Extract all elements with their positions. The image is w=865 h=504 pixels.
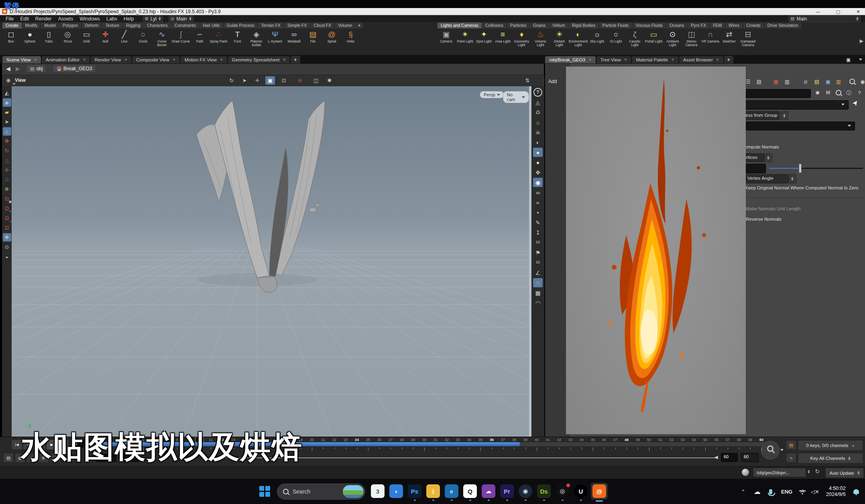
network-add-menu[interactable]: Add <box>548 79 557 84</box>
ruler-frame-23[interactable]: 23 <box>341 438 350 442</box>
pane-menu-caret-icon[interactable] <box>859 59 862 61</box>
close-icon[interactable]: ✕ <box>34 58 37 62</box>
select-tool-icon[interactable]: ➤ <box>3 118 11 126</box>
render-region-icon[interactable]: ⊖ <box>295 76 305 85</box>
ruler-frame-44[interactable]: 44 <box>577 438 586 442</box>
shelf-tab-vellum[interactable]: Vellum <box>549 22 568 28</box>
shelf-tab-constraints[interactable]: Constraints <box>171 22 199 28</box>
animation-curve-icon[interactable]: ∿ <box>786 453 796 463</box>
taskbar-app-swan-app[interactable]: ◗ <box>389 484 403 498</box>
shelf-tab-lights-and-cameras[interactable]: Lights and Cameras <box>438 22 482 28</box>
close-icon[interactable]: ✕ <box>220 58 223 62</box>
key-options-caret-icon[interactable] <box>780 449 784 451</box>
add-normals-to-spinner[interactable] <box>764 153 772 162</box>
slider-handle[interactable] <box>799 164 802 173</box>
bundle-icon[interactable]: ▥ <box>834 78 843 86</box>
close-icon[interactable]: ✕ <box>588 58 592 62</box>
pane-tab-animation-editor[interactable]: Animation Editor✕ <box>42 56 90 63</box>
ruler-frame-48[interactable]: 48 <box>622 438 631 442</box>
global-end-field[interactable]: 60 <box>741 453 759 462</box>
ruler-frame-31[interactable]: 31 <box>431 438 440 442</box>
maximize-button[interactable]: ▢ <box>830 8 846 15</box>
tool-spot-light[interactable]: ✦Spot Light <box>474 28 493 43</box>
zoom-box-icon[interactable]: ⊡ <box>279 76 289 85</box>
layout-selector[interactable]: ▤ Main <box>788 16 861 22</box>
shelf-tab-crowds[interactable]: Crowds <box>743 22 764 28</box>
notification-bell-icon[interactable] <box>853 479 859 504</box>
tool-grid[interactable]: ▭Grid <box>77 28 96 43</box>
shelf-tab-particle-fluids[interactable]: Particle Fluids <box>599 22 632 28</box>
translate-tool-icon[interactable]: ✥ <box>3 137 11 145</box>
menu-file[interactable]: File <box>2 16 17 22</box>
sphere-preview-icon[interactable] <box>742 469 749 476</box>
ruler-frame-50[interactable]: 50 <box>645 438 653 442</box>
camera-selector[interactable]: No cam <box>503 91 529 103</box>
tool-switcher[interactable]: ⇄Switcher <box>720 28 739 43</box>
tool-ambient-light[interactable]: ⊙Ambient Light <box>663 28 682 47</box>
shelf-tab-wires[interactable]: Wires <box>725 22 743 28</box>
flipbook-icon[interactable]: ◫ <box>311 76 321 85</box>
ruler-frame-53[interactable]: 53 <box>678 438 687 442</box>
start-button[interactable] <box>259 486 271 497</box>
spinner-icon[interactable] <box>159 17 161 20</box>
ruler-frame-24[interactable]: 24 <box>352 438 361 442</box>
pivot-icon[interactable]: ✥ <box>533 168 543 177</box>
inspect-tool-icon[interactable]: ⊙ <box>3 243 11 251</box>
keyframe-list-icon[interactable]: ▤ <box>786 440 796 450</box>
menu-render[interactable]: Render <box>32 16 55 22</box>
keys-summary-box[interactable]: 0 keys, 0/0 channels ▲ <box>798 440 863 451</box>
taskbar-app-photoshop[interactable]: Ps <box>408 484 421 498</box>
shelf-tab-fem[interactable]: FEM <box>710 22 725 28</box>
close-icon[interactable]: ✕ <box>83 58 86 62</box>
shelf-tab-pyro-fx[interactable]: Pyro FX <box>688 22 709 28</box>
tool-point-light[interactable]: ✶Point Light <box>456 28 474 43</box>
tool-environment-light[interactable]: ◐Environment Light <box>569 28 588 47</box>
tool-draw-curve[interactable]: ∫Draw Curve <box>171 28 190 43</box>
taskbar-app-office-365[interactable]: 3 <box>371 484 385 498</box>
shelf-tab-terrain-fx[interactable]: Terrain FX <box>258 22 283 28</box>
node-path-box[interactable]: /obj/geo2/dopn... <box>753 468 806 477</box>
select-icon[interactable]: ➤ <box>240 76 249 85</box>
shelf-tab-oceans[interactable]: Oceans <box>666 22 687 28</box>
spinner-icon[interactable] <box>189 17 191 20</box>
taskbar-app-substance-designer[interactable]: Ds <box>537 484 551 498</box>
tool-null[interactable]: ✚Null <box>96 28 115 43</box>
pane-maximize-icon[interactable]: ▣ <box>846 57 851 63</box>
close-icon[interactable]: ✕ <box>124 58 128 62</box>
snap-curve-icon[interactable]: Ω∿ <box>3 204 11 213</box>
shelf-tab-volume[interactable]: Volume <box>335 22 355 28</box>
ruler-frame-26[interactable]: 26 <box>375 438 384 442</box>
auto-update-box[interactable]: Auto Update <box>825 468 864 478</box>
spinner-icon[interactable] <box>856 17 859 20</box>
shelf-tab-polygon[interactable]: Polygon <box>59 22 81 28</box>
ruler-frame-37[interactable]: 37 <box>499 438 507 442</box>
shelf-tab-rigid-bodies[interactable]: Rigid Bodies <box>569 22 599 28</box>
prim-numbers-icon[interactable]: ¹² <box>533 258 543 267</box>
ruler-frame-33[interactable]: 33 <box>454 438 462 442</box>
taskbar-app-edge[interactable]: e <box>445 484 458 498</box>
back-icon[interactable]: ◀ <box>6 65 10 72</box>
menu-windows[interactable]: Windows <box>76 16 103 22</box>
tool-file[interactable]: ▤File <box>303 28 322 43</box>
ruler-frame-34[interactable]: 34 <box>465 438 474 442</box>
shelf-tab-grains[interactable]: Grains <box>530 22 549 28</box>
tool-caustic-light[interactable]: ζCaustic Light <box>625 28 644 47</box>
tool-gamepad-camera[interactable]: ⊟Gamepad Camera <box>739 28 757 47</box>
snap-multi-icon[interactable]: Ω <box>3 224 11 232</box>
tool-sky-light[interactable]: ☼Sky Light <box>588 28 607 43</box>
shelf-tab-rigging[interactable]: Rigging <box>123 22 144 28</box>
clock[interactable]: 4:50:02 2024/9/5 <box>826 479 846 504</box>
close-icon[interactable]: ✕ <box>283 58 286 62</box>
shelf-tab-create[interactable]: Create <box>2 22 22 28</box>
pane-tab--obj-break-geo3[interactable]: /obj/Break_GEO3✕ <box>545 56 596 63</box>
menu-assets[interactable]: Assets <box>55 16 77 22</box>
taskbar-app-file-explorer[interactable]: ▮ <box>426 484 440 498</box>
ruler-frame-42[interactable]: 42 <box>555 438 564 442</box>
new-pane-tab[interactable]: + <box>291 56 300 63</box>
snap-point-icon[interactable]: Ω• <box>3 214 11 222</box>
shelf-tab-drive-simulation[interactable]: Drive Simulation <box>764 22 801 28</box>
shelf-tab-guide-process[interactable]: Guide Process <box>224 22 258 28</box>
background-image-icon[interactable]: ▣ <box>824 78 832 86</box>
param-search-icon[interactable] <box>834 90 843 98</box>
key-all-channels-box[interactable]: Key All Channels <box>798 453 863 463</box>
